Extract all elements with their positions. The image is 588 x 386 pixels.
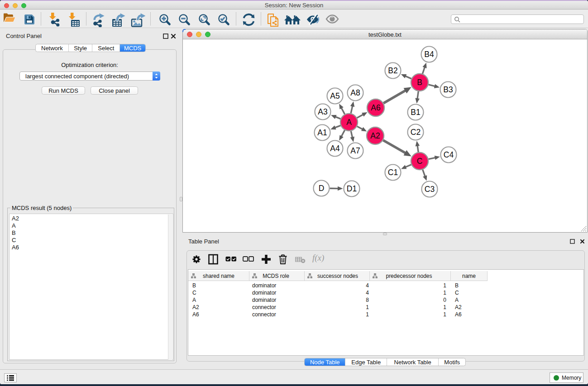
svg-text:B3: B3 [443,85,453,94]
svg-text:A2: A2 [370,131,380,140]
svg-text:A5: A5 [330,91,339,100]
svg-text:C: C [417,157,423,166]
svg-text:B: B [417,78,422,87]
svg-text:D: D [319,184,325,193]
svg-text:A1: A1 [317,128,327,137]
svg-text:A4: A4 [330,144,340,153]
svg-text:B2: B2 [388,66,397,75]
svg-text:C2: C2 [411,128,421,137]
svg-text:C1: C1 [388,168,398,177]
svg-text:C4: C4 [444,150,454,159]
svg-text:A: A [346,118,352,127]
svg-text:C3: C3 [425,185,435,194]
svg-text:A7: A7 [350,146,360,155]
svg-text:A3: A3 [318,107,327,116]
svg-text:A8: A8 [350,88,360,97]
svg-text:B4: B4 [424,50,434,59]
svg-text:A6: A6 [371,103,380,112]
svg-text:D1: D1 [347,184,357,193]
svg-text:B1: B1 [411,108,420,117]
